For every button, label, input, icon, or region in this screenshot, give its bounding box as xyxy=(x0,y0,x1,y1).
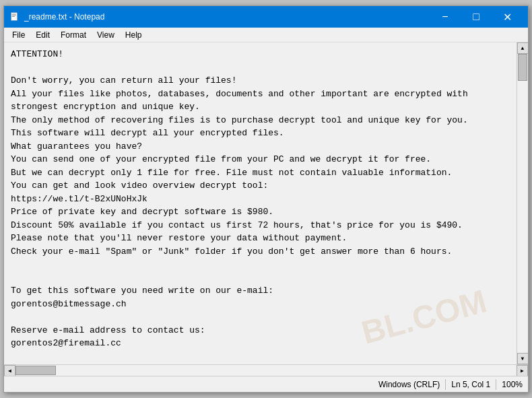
scrollbar-horizontal[interactable]: ◀ ▶ xyxy=(4,364,528,376)
line-ending-section: Windows (CRLF) xyxy=(378,380,440,389)
scroll-down-button[interactable]: ▼ xyxy=(517,353,529,364)
menu-file[interactable]: File xyxy=(7,29,30,41)
scroll-thumb-vertical[interactable] xyxy=(518,54,527,81)
app-icon xyxy=(9,11,20,22)
zoom-section: 100% xyxy=(502,380,523,389)
line-ending: Windows (CRLF) xyxy=(378,380,440,389)
zoom-level: 100% xyxy=(502,380,523,389)
scroll-up-button[interactable]: ▲ xyxy=(517,42,529,54)
cursor-position: Ln 5, Col 1 xyxy=(451,380,490,389)
svg-rect-2 xyxy=(12,15,16,15)
menu-format[interactable]: Format xyxy=(55,29,92,41)
maximize-button[interactable]: □ xyxy=(461,6,492,28)
window-title: _readme.txt - Notepad xyxy=(24,12,430,22)
notepad-window: _readme.txt - Notepad − □ ✕ File Edit Fo… xyxy=(3,5,529,393)
scroll-track-horizontal[interactable] xyxy=(15,365,517,376)
cursor-position-section: Ln 5, Col 1 xyxy=(451,380,490,389)
close-button[interactable]: ✕ xyxy=(492,6,523,28)
scrollbar-vertical[interactable]: ▲ ▼ xyxy=(517,42,528,364)
svg-rect-3 xyxy=(12,16,15,17)
editor-wrapper: ATTENTION! Don't worry, you can return a… xyxy=(4,42,528,376)
status-bar: Windows (CRLF) Ln 5, Col 1 100% xyxy=(4,376,528,392)
window-controls: − □ ✕ xyxy=(430,6,523,28)
menu-help[interactable]: Help xyxy=(120,29,147,41)
status-separator-1 xyxy=(445,379,446,390)
scroll-right-button[interactable]: ▶ xyxy=(517,365,528,376)
menu-view[interactable]: View xyxy=(92,29,120,41)
scroll-left-button[interactable]: ◀ xyxy=(4,365,15,376)
svg-rect-1 xyxy=(12,14,16,15)
scroll-track-vertical[interactable] xyxy=(517,54,528,353)
status-separator-2 xyxy=(496,379,496,390)
title-bar: _readme.txt - Notepad − □ ✕ xyxy=(4,6,528,28)
scroll-thumb-horizontal[interactable] xyxy=(15,366,56,375)
minimize-button[interactable]: − xyxy=(430,6,461,28)
text-editor[interactable]: ATTENTION! Don't worry, you can return a… xyxy=(4,42,517,364)
menu-bar: File Edit Format View Help xyxy=(4,28,528,42)
menu-edit[interactable]: Edit xyxy=(30,29,55,41)
